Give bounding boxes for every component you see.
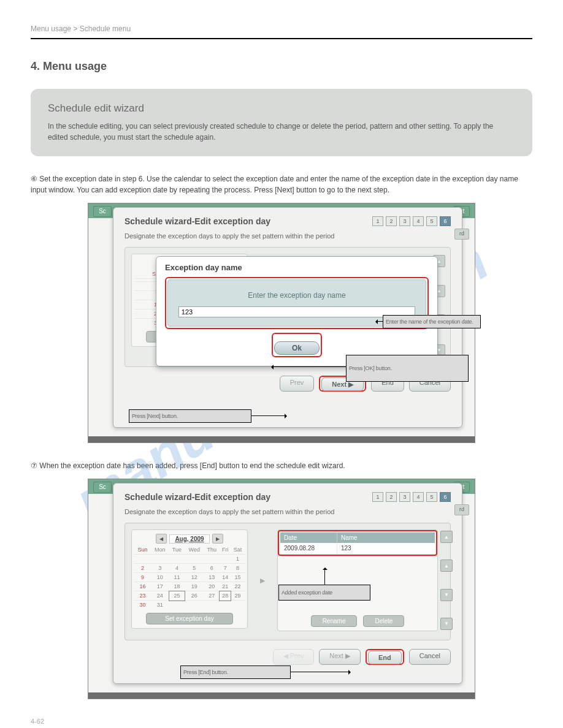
- set-exception-button[interactable]: Set exception day: [146, 613, 233, 624]
- step-2[interactable]: 2: [386, 492, 397, 502]
- scroll-up-button[interactable]: ▲: [440, 559, 453, 572]
- wizard-footer: ◀ Prev Next ▶ End Cancel: [124, 649, 451, 665]
- step-4[interactable]: 4: [413, 492, 424, 502]
- callout-title: Schedule edit wizard: [48, 102, 515, 115]
- tab-sc[interactable]: Sc: [93, 482, 112, 493]
- breadcrumb: Menu usage > Schedule menu: [31, 25, 532, 33]
- scroll-top-button[interactable]: ▲: [440, 531, 453, 543]
- step-3[interactable]: 3: [399, 492, 410, 502]
- document-page: manualshive.com Menu usage > Schedule me…: [0, 0, 563, 728]
- annot-line-5: [291, 672, 350, 673]
- annot-arrow-1: [373, 319, 378, 324]
- annot-input-name: Enter the name of the exception date.: [383, 315, 481, 328]
- ok-button-highlight: Ok: [272, 333, 322, 357]
- step-1[interactable]: 1: [372, 216, 383, 226]
- end-button[interactable]: End: [368, 651, 402, 664]
- step-5[interactable]: 5: [426, 492, 437, 502]
- rename-button[interactable]: Rename: [311, 615, 358, 627]
- list-head-date: Date: [280, 533, 337, 543]
- scroll-col: ▲ ▲ ▼ ▼: [440, 529, 451, 631]
- step-4[interactable]: 4: [413, 216, 424, 226]
- annot-arrow-5: [348, 670, 353, 675]
- modal-actions: Ok: [165, 333, 429, 357]
- end-button-highlight: End: [366, 649, 404, 665]
- list-row-highlight: Date Name 2009.08.28 123: [278, 530, 437, 556]
- list-cell-name: 123: [337, 543, 435, 553]
- step6-instruction: ⑥ Set the exception date in step 6. Use …: [31, 173, 532, 195]
- list-row[interactable]: 2009.08.28 123: [280, 543, 435, 553]
- figure-2-wrap: Sc ut rd Schedule wizard-Edit exception …: [31, 479, 532, 699]
- step-6[interactable]: 6: [440, 216, 451, 226]
- page-number: 4-62: [31, 718, 532, 725]
- wizard-title: Schedule wizard-Edit exception day: [124, 492, 270, 502]
- step-2[interactable]: 2: [386, 216, 397, 226]
- side-tab[interactable]: rd: [454, 504, 469, 515]
- annot-arrow-4: [323, 565, 327, 570]
- annot-end: Press [End] button.: [180, 665, 291, 679]
- list-body: [278, 556, 437, 612]
- scroll-bottom-button[interactable]: ▼: [440, 618, 453, 630]
- step7-instruction: ⑦ When the exception date has been added…: [31, 460, 532, 471]
- wizard-head: Schedule wizard-Edit exception day 1 2 3…: [124, 216, 451, 226]
- month-nav: ◀ Aug, 2009 ▶: [134, 534, 245, 544]
- wizard-title: Schedule wizard-Edit exception day: [124, 216, 270, 226]
- list-head: Date Name: [280, 533, 435, 543]
- app-bottombar: [88, 436, 475, 442]
- list-cell-date: 2009.08.28: [280, 543, 337, 553]
- calendar-box: ◀ Aug, 2009 ▶ SunMonTueWedThuFriSat 1 23…: [131, 529, 248, 629]
- screenshot-1: Sc ut rd Schedule wizard-Edit exception …: [88, 203, 475, 443]
- exception-name-input[interactable]: [178, 306, 415, 317]
- next-button[interactable]: Next ▶: [319, 649, 361, 665]
- scroll-down-button[interactable]: ▼: [440, 589, 453, 601]
- annot-arrow-3: [285, 414, 289, 419]
- annot-ok: Press [OK] button.: [346, 355, 469, 382]
- step-5[interactable]: 5: [426, 216, 437, 226]
- wizard-desc: Designate the exception days to apply th…: [124, 508, 451, 515]
- step-indicator: 1 2 3 4 5 6: [372, 492, 451, 502]
- wizard-panel: ◀ Aug, 2009 ▶ SunMonTueWedThuFriSat 1 23…: [124, 523, 451, 640]
- chapter-title: 4. Menu usage: [31, 60, 532, 73]
- calendar-grid[interactable]: SunMonTueWedThuFriSat 1 2345678 91011121…: [134, 545, 245, 609]
- annot-added: Added exception date: [278, 585, 370, 601]
- list-head-name: Name: [337, 533, 435, 543]
- step-3[interactable]: 3: [399, 216, 410, 226]
- tab-sc[interactable]: Sc: [93, 206, 112, 217]
- step-6[interactable]: 6: [440, 492, 451, 502]
- cancel-button[interactable]: Cancel: [409, 649, 451, 665]
- list-wrap: Date Name 2009.08.28 123 Rename: [277, 529, 438, 631]
- annot-line-3: [251, 415, 286, 417]
- list-actions: Rename Delete: [278, 612, 437, 631]
- prev-month-button[interactable]: ◀: [156, 534, 167, 544]
- wizard-desc: Designate the exception days to apply th…: [124, 232, 451, 240]
- modal-prompt: Enter the exception day name: [177, 291, 417, 300]
- wizard-dialog: rd Schedule wizard-Edit exception day 1 …: [113, 483, 462, 684]
- annot-next: Press [Next] button.: [129, 409, 251, 423]
- callout-box: Schedule edit wizard In the schedule edi…: [31, 89, 532, 156]
- annot-line-2: [272, 366, 346, 368]
- modal-title: Exception day name: [165, 263, 429, 272]
- exception-list-box: Date Name 2009.08.28 123 Rename: [277, 529, 438, 631]
- exception-name-modal: Exception day name Enter the exception d…: [156, 256, 438, 366]
- delete-button[interactable]: Delete: [363, 615, 404, 627]
- ok-button[interactable]: Ok: [274, 341, 320, 355]
- step-1[interactable]: 1: [372, 492, 383, 502]
- prev-button[interactable]: Prev: [280, 376, 315, 392]
- wizard-head: Schedule wizard-Edit exception day 1 2 3…: [124, 492, 451, 502]
- app-bottombar: [88, 692, 475, 699]
- section-divider: [31, 38, 532, 39]
- panel-arrow-icon: ▶: [260, 577, 265, 585]
- step-indicator: 1 2 3 4 5 6: [372, 216, 451, 226]
- annot-line-4: [324, 569, 326, 585]
- figure-1-wrap: Sc ut rd Schedule wizard-Edit exception …: [31, 203, 532, 443]
- side-tab[interactable]: rd: [454, 229, 469, 240]
- next-month-button[interactable]: ▶: [212, 534, 223, 544]
- screenshot-2: Sc ut rd Schedule wizard-Edit exception …: [88, 479, 475, 699]
- callout-body: In the schedule editing, you can select …: [48, 121, 515, 143]
- annot-arrow-2: [269, 365, 274, 370]
- month-label[interactable]: Aug, 2009: [169, 534, 209, 544]
